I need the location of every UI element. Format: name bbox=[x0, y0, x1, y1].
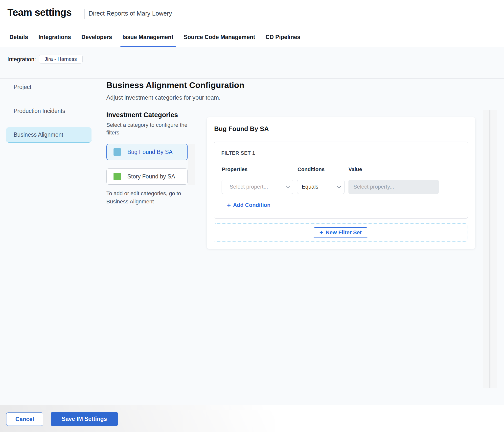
category-label: Story Found by SA bbox=[127, 173, 175, 180]
page-title: Team settings bbox=[7, 7, 72, 18]
value-field-wrap bbox=[348, 180, 439, 194]
title-separator bbox=[84, 9, 85, 19]
category-label: Bug Found By SA bbox=[127, 149, 173, 155]
categories-title: Investment Categories bbox=[106, 111, 178, 119]
sidebar-item-project[interactable]: Project bbox=[14, 84, 31, 90]
plus-icon: + bbox=[320, 229, 323, 236]
integration-bar: Integration: Jira - Harness bbox=[0, 47, 504, 79]
category-swatch-green bbox=[114, 173, 121, 180]
new-filter-set-zone: + New Filter Set bbox=[214, 223, 467, 242]
card-title: Bug Found By SA bbox=[214, 125, 269, 133]
section-subheading: Adjust investment categories for your te… bbox=[106, 94, 221, 101]
value-input[interactable] bbox=[348, 180, 439, 194]
categories-hint-line1: Select a category to configure the bbox=[106, 121, 187, 129]
sidebar-divider bbox=[100, 79, 100, 388]
column-label-properties: Properties bbox=[222, 166, 248, 172]
integration-chip[interactable]: Jira - Harness bbox=[39, 55, 83, 64]
categories-hint-line2: filters bbox=[106, 129, 119, 136]
categories-scrollbar[interactable] bbox=[188, 144, 195, 185]
categories-footnote-line1: To add or edit categories, go to bbox=[106, 189, 181, 197]
sidebar-item-label: Business Alignment bbox=[14, 131, 63, 138]
conditions-select[interactable]: Equals bbox=[297, 180, 344, 194]
tab-issue-management[interactable]: Issue Management bbox=[122, 27, 173, 47]
properties-select[interactable]: - Select propert... bbox=[222, 180, 293, 194]
section-heading: Business Alignment Configuration bbox=[106, 80, 244, 90]
page-scrollbar[interactable] bbox=[490, 110, 497, 388]
category-button-bug-found-by-sa[interactable]: Bug Found By SA bbox=[106, 144, 188, 160]
sidebar-item-business-alignment[interactable]: Business Alignment bbox=[6, 127, 92, 143]
tab-bar: Details Integrations Developers Issue Ma… bbox=[9, 27, 300, 47]
sidebar-item-production-incidents[interactable]: Production Incidents bbox=[14, 108, 65, 114]
panel-scrollbar[interactable] bbox=[483, 110, 490, 388]
new-filter-set-button[interactable]: + New Filter Set bbox=[313, 227, 368, 238]
new-filter-set-label: New Filter Set bbox=[326, 229, 362, 236]
integration-label: Integration: bbox=[7, 56, 36, 63]
page-subtitle: Direct Reports of Mary Lowery bbox=[89, 10, 172, 17]
tab-developers[interactable]: Developers bbox=[81, 27, 112, 47]
content-area: Project Production Incidents Business Al… bbox=[0, 79, 504, 405]
save-im-settings-button[interactable]: Save IM Settings bbox=[51, 412, 118, 426]
categories-divider bbox=[199, 109, 199, 388]
filter-set-box: FILTER SET 1 Properties Conditions Value… bbox=[214, 142, 468, 219]
categories-footnote-line2: Business Alignment bbox=[106, 197, 154, 206]
properties-select-placeholder: - Select propert... bbox=[226, 184, 268, 190]
cancel-button[interactable]: Cancel bbox=[6, 412, 43, 426]
tab-source-code-management[interactable]: Source Code Management bbox=[184, 27, 255, 47]
tab-cd-pipelines[interactable]: CD Pipelines bbox=[266, 27, 300, 47]
filter-set-title: FILTER SET 1 bbox=[221, 150, 255, 156]
conditions-select-value: Equals bbox=[302, 184, 318, 190]
column-label-value: Value bbox=[348, 166, 362, 172]
footer-bar: Cancel Save IM Settings bbox=[0, 405, 504, 432]
category-button-story-found-by-sa[interactable]: Story Found by SA bbox=[106, 168, 188, 185]
category-swatch-blue bbox=[114, 148, 121, 156]
chevron-down-icon bbox=[337, 184, 341, 188]
column-label-conditions: Conditions bbox=[298, 166, 325, 172]
filter-config-card: Bug Found By SA FILTER SET 1 Properties … bbox=[207, 117, 475, 249]
add-condition-button[interactable]: + Add Condition bbox=[227, 202, 271, 208]
plus-icon: + bbox=[227, 202, 231, 208]
chevron-down-icon bbox=[286, 184, 290, 188]
header: Team settings Direct Reports of Mary Low… bbox=[0, 0, 504, 47]
tab-integrations[interactable]: Integrations bbox=[38, 27, 71, 47]
tab-details[interactable]: Details bbox=[9, 27, 28, 47]
add-condition-label: Add Condition bbox=[233, 202, 271, 208]
